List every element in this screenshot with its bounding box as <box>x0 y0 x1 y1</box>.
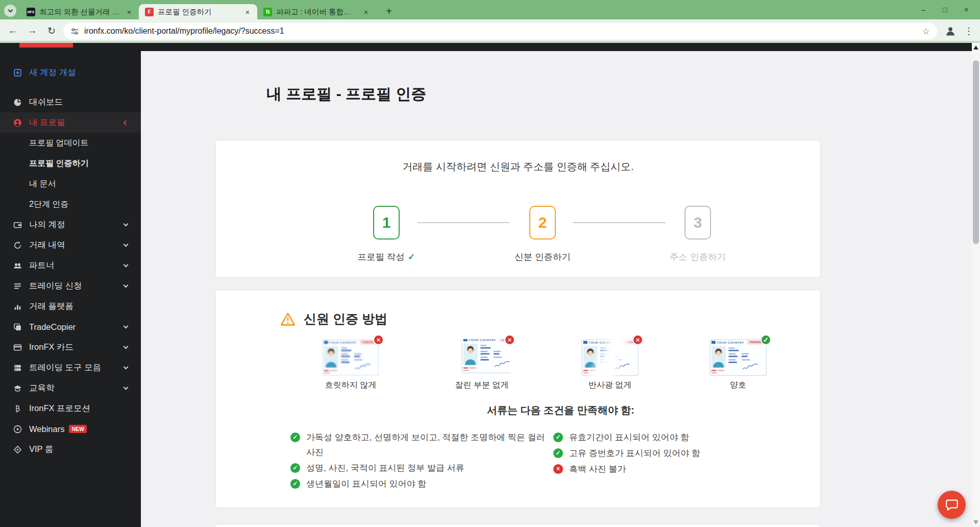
sample-id-card: YOUR COUNTRY720883839 <box>709 339 767 376</box>
ironfx-logo-sliver <box>19 43 73 47</box>
condition-text: 흑백 사진 불가 <box>569 462 626 476</box>
sidebar-item-label: IronFX 프로모션 <box>29 403 90 414</box>
scroll-up-icon[interactable] <box>973 45 978 50</box>
bookmark-star-icon[interactable]: ☆ <box>922 26 930 37</box>
chart-icon <box>13 302 22 311</box>
sidebar-item[interactable]: 거래 플랫폼 <box>0 296 141 317</box>
sidebar-item[interactable]: 프로필 업데이트 <box>0 133 141 153</box>
sidebar-item-label: TradeCopier <box>29 322 76 332</box>
education-icon <box>13 384 22 393</box>
method-heading: 신원 인증 방법 <box>304 310 387 327</box>
sidebar-item[interactable]: 트레이딩 도구 모음 <box>0 357 141 378</box>
sidebar-item[interactable]: VIP 룸 <box>0 439 141 460</box>
scrollbar-thumb[interactable] <box>973 60 979 244</box>
list-icon <box>13 282 22 291</box>
tab-close-icon[interactable]: × <box>243 7 252 16</box>
new-tab-button[interactable]: + <box>382 4 396 18</box>
cross-icon: × <box>553 464 563 474</box>
sidebar-item[interactable]: 트레이딩 신청 <box>0 276 141 296</box>
check-icon: ✓ <box>290 463 300 473</box>
person-icon <box>944 25 957 37</box>
forward-icon[interactable]: → <box>24 23 40 38</box>
condition-text: 성명, 사진, 국적이 표시된 정부 발급 서류 <box>306 461 464 475</box>
tab-search-button[interactable] <box>4 5 16 17</box>
cross-badge-icon: × <box>504 334 515 345</box>
cross-badge-icon: × <box>632 334 643 345</box>
sidebar-item[interactable]: 파트너 <box>0 255 141 276</box>
sidebar-item[interactable]: WebinarsNEW <box>0 419 141 439</box>
chevron-down-icon <box>124 222 129 227</box>
profile-avatar[interactable] <box>943 24 958 38</box>
reload-icon[interactable]: ↻ <box>44 23 59 38</box>
step-box-1: 1 <box>373 206 400 239</box>
sidebar-item-label: 내 프로필 <box>29 117 65 128</box>
sidebar-item-label: 새 계정 개설 <box>29 67 76 78</box>
step-connector <box>418 222 509 223</box>
sidebar-item[interactable]: 새 계정 개설 <box>0 62 141 83</box>
method-header: 신원 인증 방법 <box>280 310 387 327</box>
id-sample: YOUR COUNTRY720883839×흐릿하지 않게 <box>322 339 379 376</box>
sidebar-item[interactable]: 프로필 인증하기 <box>0 153 141 174</box>
conditions-title: 서류는 다음 조건을 만족해야 함: <box>487 403 634 417</box>
sidebar-nav: 새 계정 개설대쉬보드내 프로필프로필 업데이트프로필 인증하기내 문서2단계 … <box>0 43 141 527</box>
tab-close-icon[interactable]: × <box>125 7 134 16</box>
browser-tab[interactable]: N파파고 : 네이버 통합검색× <box>257 4 376 19</box>
tab-favicon: F <box>145 8 154 16</box>
sidebar-item[interactable]: 내 문서 <box>0 174 141 194</box>
url-bar[interactable]: ironfx.com/ko/client-portal/myprofile/le… <box>63 23 937 39</box>
minimize-icon[interactable]: – <box>913 6 934 14</box>
browser-menu-icon[interactable]: ⋮ <box>963 24 975 38</box>
browser-tab[interactable]: HFX최고의 외환 선물거래 브로커 |× <box>20 4 139 19</box>
plus-square-icon <box>13 68 22 77</box>
history-icon <box>13 241 22 250</box>
profile-icon <box>13 118 22 127</box>
sidebar-item[interactable]: IronFX 프로모션 <box>0 398 141 419</box>
condition-text: 가독성 양호하고, 선명하게 보이고, 적절한 조명하에 찍은 컬러 사진 <box>306 430 550 460</box>
sidebar-item[interactable]: 내 프로필 <box>0 112 141 133</box>
sidebar-item[interactable]: 교육학 <box>0 378 141 398</box>
sample-id-card: YOUR COUNTRY720883839 <box>461 339 510 373</box>
condition-text: 유효기간이 표시되어 있어야 함 <box>569 430 689 445</box>
sidebar-item[interactable]: 2단계 인증 <box>0 194 141 214</box>
sidebar-item[interactable]: TradeCopier <box>0 317 141 337</box>
condition-item: ✓성명, 사진, 국적이 표시된 정부 발급 서류 <box>290 461 550 475</box>
sidebar-item-label: 교육학 <box>29 382 55 394</box>
sample-label: 잘린 부분 없게 <box>426 380 538 391</box>
check-badge-icon: ✓ <box>761 334 771 345</box>
check-icon: ✓ <box>408 252 415 262</box>
maximize-icon[interactable]: □ <box>934 6 955 14</box>
step-box-2: 2 <box>529 206 556 239</box>
browser-window: HFX최고의 외환 선물거래 브로커 |×F프로필 인증하기×N파파고 : 네이… <box>0 0 980 527</box>
chevron-down-icon <box>124 344 129 349</box>
site-info-icon[interactable] <box>70 27 79 36</box>
sidebar-item[interactable]: 대쉬보드 <box>0 92 141 112</box>
sidebar-item-label: 내 문서 <box>29 179 56 189</box>
page-scrollbar[interactable] <box>972 43 980 527</box>
back-icon[interactable]: ← <box>5 23 20 38</box>
close-icon[interactable]: × <box>955 6 977 14</box>
id-sample: YOUR COUNTRY720883839×잘린 부분 없게 <box>453 339 510 376</box>
condition-item: ✓생년월일이 표시되어 있어야 함 <box>290 476 550 491</box>
page-title: 내 프로필 - 프로필 인증 <box>266 84 426 105</box>
condition-item: ✓가독성 양호하고, 선명하게 보이고, 적절한 조명하에 찍은 컬러 사진 <box>290 430 550 460</box>
browser-tab[interactable]: F프로필 인증하기× <box>139 4 257 19</box>
sidebar-item[interactable]: 거래 내역 <box>0 235 141 255</box>
chat-widget-button[interactable] <box>938 491 966 519</box>
webpage-viewport: 새 계정 개설대쉬보드내 프로필프로필 업데이트프로필 인증하기내 문서2단계 … <box>0 43 980 527</box>
tab-close-icon[interactable]: × <box>361 7 371 16</box>
chat-bubble-icon <box>945 498 959 512</box>
chevron-down-icon <box>124 242 129 247</box>
tab-title: 프로필 인증하기 <box>158 7 239 17</box>
chevron-down-icon <box>124 365 129 370</box>
tab-title: 파파고 : 네이버 통합검색 <box>276 7 357 17</box>
sidebar-item-label: 파트너 <box>29 260 55 271</box>
sidebar-item[interactable]: 나의 계정 <box>0 214 141 235</box>
scroll-down-icon[interactable] <box>973 520 978 524</box>
sidebar-item-label: 프로필 인증하기 <box>29 158 88 169</box>
steps-instruction: 거래를 시작하려면 신원과 주소를 인증해 주십시오. <box>216 160 820 174</box>
url-text[interactable]: ironfx.com/ko/client-portal/myprofile/le… <box>84 27 922 36</box>
tab-favicon: N <box>263 8 272 16</box>
sidebar-item[interactable]: IronFX 카드 <box>0 337 141 357</box>
card-icon <box>13 343 22 352</box>
step-label: 신분 인증하기 <box>481 251 604 263</box>
